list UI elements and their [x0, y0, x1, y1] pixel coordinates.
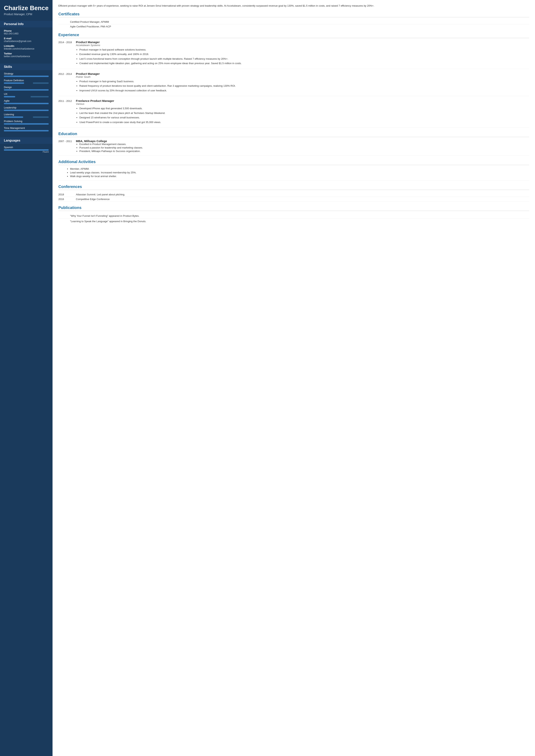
skill-bar-fill: [4, 130, 49, 131]
conference-entry: 2018 Atlassian Summit. Led panel about p…: [58, 192, 529, 197]
languages-section: Languages Spanish Fluent: [0, 137, 52, 156]
contact-value: linkedin.com/in/charlizebence: [4, 47, 49, 50]
language-bar: [4, 149, 49, 151]
exp-bullet: Product manager in fast-growing SaaS bus…: [79, 79, 529, 83]
publications-section-title: Publications: [58, 205, 529, 211]
certificates-list: Certified Product Manager, APIMMAgile Ce…: [58, 20, 529, 29]
skill-item: Design: [4, 86, 49, 91]
exp-company: Poirier South: [76, 75, 529, 78]
skill-name: Strategy: [4, 72, 49, 75]
exp-bullet: Used PowerPoint to create a corporate ca…: [79, 120, 529, 124]
skill-name: Time Management: [4, 126, 49, 129]
skill-name: Design: [4, 86, 49, 89]
conf-year: 2018: [58, 193, 76, 196]
publication-item: "Why Your Funnel Isn't Funneling" appear…: [58, 213, 529, 219]
exp-bullet: Created and implemented Agile ideation p…: [79, 62, 529, 65]
exp-job-title: Product Manager: [76, 40, 529, 44]
edu-bullet: Pursued a passion for leadership and mar…: [79, 146, 529, 149]
candidate-name: Charlize Bence: [4, 5, 49, 12]
activity-item: Walk dogs weekly for local animal shelte…: [70, 175, 529, 178]
education-entry: 2007 - 2011 MBA, Millsaps College Excell…: [58, 139, 529, 156]
skill-name: Agile: [4, 99, 49, 102]
skill-name: Feature Definition: [4, 79, 49, 82]
certificates-section-title: Certificates: [58, 12, 529, 17]
exp-bullets: Product manager in fast-growing SaaS bus…: [76, 79, 529, 93]
exp-bullet: Raised frequency of product iterations t…: [79, 84, 529, 88]
contact-value: 662-243-1483: [4, 32, 49, 35]
exp-date: 2014 - 2018: [58, 40, 76, 66]
skill-bar: [4, 82, 49, 84]
skill-bar: [4, 96, 49, 97]
exp-date: 2011 - 2012: [58, 99, 76, 125]
skill-bar: [4, 117, 49, 118]
activities-section-title: Additional Activities: [58, 160, 529, 165]
skill-bar-accent: [4, 96, 15, 97]
activity-item: Member, APIMM.: [70, 167, 529, 170]
education-section-title: Education: [58, 132, 529, 137]
contact-item: E-mail charlizebence@gmail.com: [4, 37, 49, 42]
skill-bar: [4, 76, 49, 77]
exp-bullet: Exceeded revenue goal by 130% annually, …: [79, 52, 529, 56]
activity-item: Lead weekly yoga classes. Increased memb…: [70, 171, 529, 174]
contact-label: LinkedIn: [4, 44, 49, 47]
skills-header: Skills: [0, 64, 52, 70]
exp-content: Freelance Product Manager Various Develo…: [76, 99, 529, 125]
cert-item: Certified Product Manager, APIMM: [58, 20, 529, 24]
skill-item: Listening: [4, 113, 49, 118]
conf-name: Atlassian Summit. Led panel about pitchi…: [76, 193, 529, 196]
exp-content: Product Manager Accelubeam Systems Produ…: [76, 40, 529, 66]
skill-bar: [4, 130, 49, 131]
summary-text: Efficient product manager with 5+ years …: [58, 4, 529, 8]
skill-name: Leadership: [4, 106, 49, 109]
skill-item: Leadership: [4, 106, 49, 111]
skills-content: Strategy Feature Definition Design UX Ag…: [0, 70, 52, 135]
experience-entry: 2012 - 2014 Product Manager Poirier Sout…: [58, 72, 529, 96]
skill-name: Listening: [4, 113, 49, 116]
exp-company: Accelubeam Systems: [76, 44, 529, 47]
skill-item: Strategy: [4, 72, 49, 77]
contact-label: Twitter: [4, 52, 49, 55]
contact-label: Phone: [4, 29, 49, 32]
skill-bar-fill: [4, 89, 49, 91]
main-content: Efficient product manager with 5+ years …: [52, 0, 535, 756]
skill-bar-fill: [4, 110, 49, 111]
language-bar-fill: [4, 149, 49, 151]
exp-bullet: Led 5 cross-functional teams from concep…: [79, 57, 529, 61]
edu-bullet: President, Millsaps Pathways to Success …: [79, 150, 529, 152]
exp-bullet: Product manager in fast-paced software s…: [79, 48, 529, 52]
skill-bar: [4, 123, 49, 124]
skill-bar-fill: [4, 123, 49, 124]
skill-item: Agile: [4, 99, 49, 104]
contact-value: twitter.com/charlizebence: [4, 55, 49, 58]
conference-entry: 2016 Competitive Edge Conference: [58, 197, 529, 202]
experience-section-title: Experience: [58, 33, 529, 38]
exp-bullets: Product manager in fast-paced software s…: [76, 48, 529, 65]
exp-company: Various: [76, 102, 529, 105]
skill-bar: [4, 103, 49, 104]
sidebar-header: Charlize Bence Product Manager, CPM: [0, 0, 52, 19]
contact-value: charlizebence@gmail.com: [4, 40, 49, 42]
skill-bar-fill: [4, 103, 49, 104]
experience-list: 2014 - 2018 Product Manager Accelubeam S…: [58, 40, 529, 128]
edu-bullets: Excelled in Product Management classes.P…: [76, 143, 529, 152]
cert-item: Agile Certified Practitioner, PMI-ACP: [58, 24, 529, 29]
contact-label: E-mail: [4, 37, 49, 40]
activities-list: Member, APIMM.Lead weekly yoga classes. …: [58, 167, 529, 180]
exp-bullets: Developed iPhone app that generated 3,50…: [76, 107, 529, 124]
contact-item: Twitter twitter.com/charlizebence: [4, 52, 49, 58]
exp-bullet: Designed 15 wireframes for various small…: [79, 116, 529, 120]
conferences-list: 2018 Atlassian Summit. Led panel about p…: [58, 192, 529, 202]
exp-bullet: Improved UX/UI scores by 20% through inc…: [79, 89, 529, 93]
skill-item: Time Management: [4, 126, 49, 131]
personal-info-section: Personal Info Phone 662-243-1483E-mail c…: [0, 21, 52, 62]
languages-content: Spanish Fluent: [0, 144, 52, 156]
contact-item: LinkedIn linkedin.com/in/charlizebence: [4, 44, 49, 50]
skill-name: UX: [4, 93, 49, 95]
language-level: Fluent: [4, 151, 49, 153]
skill-bar-fill: [4, 76, 49, 77]
skill-bar-accent: [4, 82, 24, 84]
skill-name: Problem Solving: [4, 120, 49, 123]
skill-bar: [4, 110, 49, 111]
skill-bar: [4, 89, 49, 91]
exp-job-title: Product Manager: [76, 72, 529, 75]
